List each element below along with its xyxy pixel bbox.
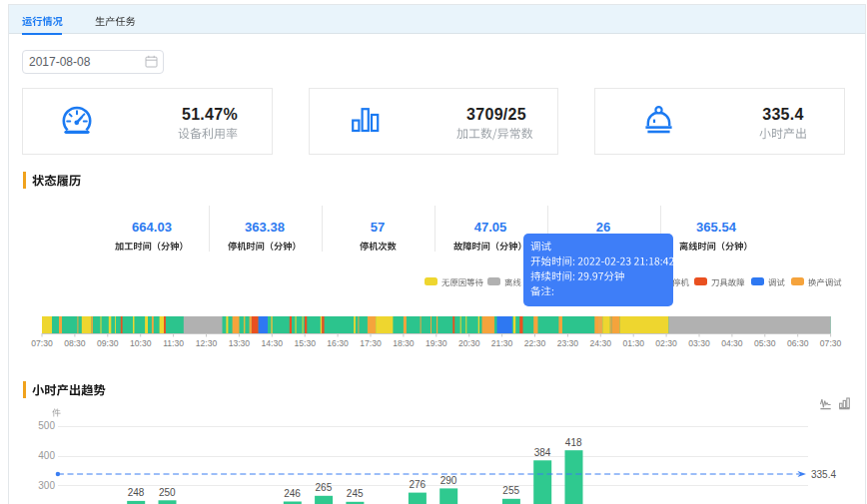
svg-text:02:30: 02:30 [655, 338, 677, 348]
svg-text:24:30: 24:30 [590, 338, 612, 348]
svg-text:07:30: 07:30 [31, 338, 53, 348]
svg-text:06:30: 06:30 [787, 338, 809, 348]
svg-text:19:30: 19:30 [426, 338, 447, 348]
svg-text:12:30: 12:30 [196, 338, 218, 348]
svg-text:21:30: 21:30 [491, 338, 513, 348]
svg-text:18:30: 18:30 [393, 338, 415, 348]
svg-text:20:30: 20:30 [458, 338, 480, 348]
svg-text:15:30: 15:30 [294, 338, 316, 348]
svg-text:03:30: 03:30 [688, 338, 710, 348]
svg-text:05:30: 05:30 [754, 338, 776, 348]
svg-text:08:30: 08:30 [64, 338, 86, 348]
svg-text:14:30: 14:30 [262, 338, 284, 348]
svg-text:13:30: 13:30 [229, 338, 251, 348]
svg-text:22:30: 22:30 [524, 338, 546, 348]
svg-text:17:30: 17:30 [360, 338, 382, 348]
svg-text:07:30: 07:30 [820, 338, 842, 348]
svg-text:16:30: 16:30 [327, 338, 349, 348]
svg-text:11:30: 11:30 [163, 338, 184, 348]
svg-text:01:30: 01:30 [622, 338, 644, 348]
svg-text:04:30: 04:30 [721, 338, 743, 348]
svg-text:09:30: 09:30 [97, 338, 119, 348]
svg-text:10:30: 10:30 [130, 338, 152, 348]
svg-text:23:30: 23:30 [557, 338, 579, 348]
